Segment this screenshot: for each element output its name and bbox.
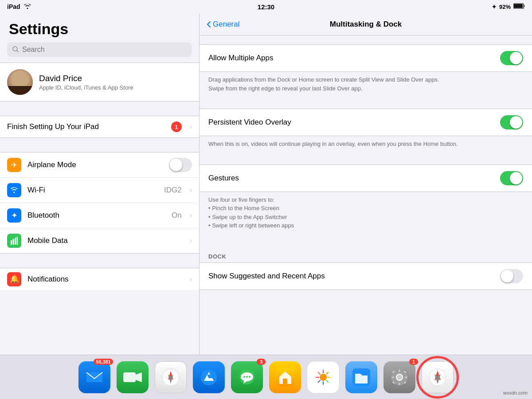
bluetooth-icon: ✦ bbox=[492, 4, 497, 10]
dock-home[interactable] bbox=[269, 361, 301, 393]
main-layout: Settings David Price Apple ID, iCloud, i… bbox=[0, 13, 532, 355]
svg-rect-5 bbox=[11, 240, 12, 245]
status-bar: iPad 12:30 ✦ 92% bbox=[0, 0, 532, 13]
finish-setup-badge: 1 bbox=[171, 121, 182, 132]
svg-rect-2 bbox=[524, 5, 525, 7]
status-ipad: iPad bbox=[7, 3, 20, 10]
persistent-video-toggle[interactable] bbox=[500, 115, 523, 129]
profile-subtitle: Apple ID, iCloud, iTunes & App Store bbox=[39, 84, 192, 91]
persistent-video-card: Persistent Video Overlay bbox=[200, 109, 532, 136]
bluetooth-chevron-icon: › bbox=[190, 211, 192, 219]
wifi-icon bbox=[24, 3, 31, 10]
allow-multiple-apps-label: Allow Multiple Apps bbox=[208, 54, 500, 63]
profile-name: David Price bbox=[39, 74, 192, 83]
svg-rect-33 bbox=[317, 379, 321, 383]
gestures-row[interactable]: Gestures bbox=[200, 165, 532, 192]
safari-red-icon bbox=[155, 361, 187, 393]
bluetooth-label: Bluetooth bbox=[27, 211, 165, 220]
bluetooth-value: On bbox=[172, 211, 182, 220]
status-time: 12:30 bbox=[258, 3, 274, 11]
dock-photos[interactable] bbox=[307, 361, 339, 393]
gestures-card: Gestures bbox=[200, 164, 532, 192]
persistent-video-row[interactable]: Persistent Video Overlay bbox=[200, 109, 532, 136]
files-icon bbox=[345, 361, 377, 393]
mobile-data-label: Mobile Data bbox=[27, 236, 182, 245]
messages-icon bbox=[231, 361, 263, 393]
airplane-mode-row[interactable]: ✈ Airplane Mode bbox=[0, 153, 199, 178]
mail-badge: 56,381 bbox=[94, 359, 113, 365]
dock-safari[interactable] bbox=[422, 361, 454, 393]
svg-rect-29 bbox=[326, 372, 329, 375]
allow-multiple-apps-row[interactable]: Allow Multiple Apps bbox=[200, 45, 532, 71]
svg-rect-41 bbox=[391, 376, 394, 378]
wifi-row[interactable]: Wi-Fi IDG2 › bbox=[0, 178, 199, 203]
gestures-label: Gestures bbox=[208, 174, 500, 183]
svg-rect-30 bbox=[327, 377, 331, 378]
profile-row[interactable]: David Price Apple ID, iCloud, iTunes & A… bbox=[0, 63, 199, 102]
dock-appstore[interactable] bbox=[193, 361, 225, 393]
finish-setup-label: Finish Setting Up Your iPad bbox=[7, 122, 165, 131]
allow-multiple-apps-group: Allow Multiple Apps Drag applications fr… bbox=[200, 44, 532, 100]
appstore-icon bbox=[193, 361, 225, 393]
allow-multiple-apps-toggle[interactable] bbox=[500, 51, 523, 65]
svg-point-22 bbox=[243, 376, 245, 378]
facetime-icon bbox=[117, 361, 149, 393]
svg-line-4 bbox=[17, 51, 18, 52]
svg-rect-42 bbox=[405, 376, 407, 378]
dock-messages[interactable]: 3 bbox=[231, 361, 263, 393]
persistent-video-label: Persistent Video Overlay bbox=[208, 118, 500, 127]
dock-facetime[interactable] bbox=[117, 361, 149, 393]
safari-icon bbox=[422, 361, 454, 393]
status-right: ✦ 92% bbox=[492, 3, 525, 10]
show-suggested-label: Show Suggested and Recent Apps bbox=[208, 272, 500, 281]
svg-point-18 bbox=[201, 369, 217, 385]
dock-settings-app[interactable]: 1 bbox=[383, 361, 415, 393]
bluetooth-row[interactable]: ✦ Bluetooth On › bbox=[0, 203, 199, 228]
dock-mail[interactable]: 56,381 bbox=[78, 361, 110, 393]
svg-point-27 bbox=[320, 374, 327, 381]
svg-rect-28 bbox=[323, 370, 324, 373]
gestures-group: Gestures Use four or five fingers to:• P… bbox=[200, 164, 532, 237]
show-suggested-row[interactable]: Show Suggested and Recent Apps bbox=[200, 263, 532, 289]
right-panel-title: Multitasking & Dock bbox=[330, 20, 402, 29]
svg-rect-7 bbox=[15, 238, 16, 245]
airplane-mode-toggle[interactable] bbox=[169, 158, 192, 172]
persistent-video-group: Persistent Video Overlay When this is on… bbox=[200, 109, 532, 156]
show-suggested-toggle[interactable] bbox=[500, 269, 523, 283]
gestures-toggle[interactable] bbox=[500, 171, 523, 185]
mobile-data-chevron-icon: › bbox=[190, 237, 192, 245]
dock-safari-red[interactable] bbox=[155, 361, 187, 393]
svg-point-24 bbox=[249, 376, 250, 378]
svg-rect-31 bbox=[326, 379, 329, 383]
back-button[interactable]: General bbox=[207, 20, 239, 29]
notifications-label: Notifications bbox=[27, 275, 182, 284]
avatar bbox=[7, 69, 33, 95]
persistent-video-desc: When this is on, videos will continue pl… bbox=[200, 136, 532, 156]
settings-app-icon bbox=[383, 361, 415, 393]
notifications-icon: 🔔 bbox=[7, 272, 21, 286]
wifi-value: IDG2 bbox=[164, 186, 182, 195]
airplane-mode-label: Airplane Mode bbox=[27, 160, 163, 169]
profile-info: David Price Apple ID, iCloud, iTunes & A… bbox=[39, 74, 192, 91]
search-input[interactable] bbox=[22, 46, 187, 54]
search-bar[interactable] bbox=[7, 42, 192, 57]
wifi-settings-icon bbox=[7, 183, 21, 197]
notifications-chevron-icon: › bbox=[190, 275, 192, 283]
chevron-icon: › bbox=[190, 123, 192, 131]
svg-rect-26 bbox=[283, 379, 287, 384]
status-left: iPad bbox=[7, 3, 31, 10]
section-divider-2 bbox=[0, 138, 199, 152]
mobile-data-row[interactable]: Mobile Data › bbox=[0, 228, 199, 253]
dock-section-label: DOCK bbox=[200, 246, 532, 262]
dock-files[interactable] bbox=[345, 361, 377, 393]
connectivity-settings-group: ✈ Airplane Mode Wi-Fi IDG2 › ✦ Bluetooth… bbox=[0, 152, 199, 254]
mobile-data-icon bbox=[7, 234, 21, 248]
svg-rect-1 bbox=[514, 4, 523, 8]
svg-point-38 bbox=[396, 374, 403, 380]
svg-rect-34 bbox=[316, 377, 319, 378]
finish-setup-row[interactable]: Finish Setting Up Your iPad 1 › bbox=[0, 116, 199, 138]
dock-group: Show Suggested and Recent Apps bbox=[200, 262, 532, 290]
wifi-label: Wi-Fi bbox=[27, 186, 158, 195]
notifications-row[interactable]: 🔔 Notifications › bbox=[0, 268, 199, 290]
svg-rect-35 bbox=[317, 372, 321, 375]
